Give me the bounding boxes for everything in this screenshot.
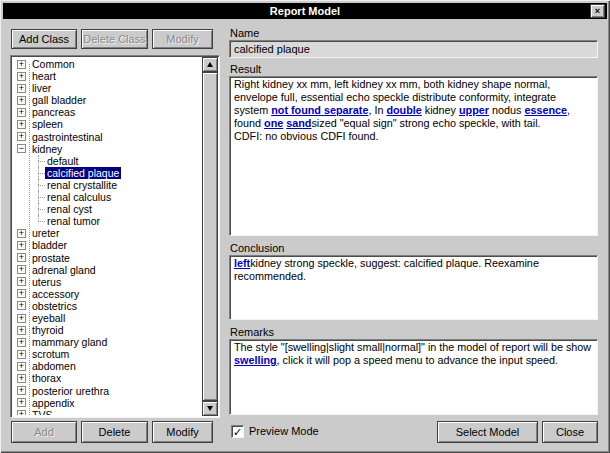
tree-item-label[interactable]: liver — [30, 82, 53, 94]
tree-item-label[interactable]: bladder — [30, 239, 69, 251]
scroll-down-icon[interactable] — [202, 401, 218, 416]
tree-item-label[interactable]: gall bladder — [30, 94, 88, 106]
tree-item[interactable]: +heart — [13, 70, 201, 82]
expand-icon[interactable]: + — [17, 289, 26, 298]
expand-icon[interactable]: + — [17, 72, 26, 81]
name-input[interactable]: calcified plaque — [229, 40, 598, 58]
expand-icon[interactable]: + — [17, 265, 26, 274]
expand-icon[interactable]: + — [17, 241, 26, 250]
tree-item-label[interactable]: scrotum — [30, 348, 71, 360]
scroll-up-icon[interactable] — [202, 57, 218, 72]
tree-item-label[interactable]: default — [45, 155, 81, 167]
tree-item[interactable]: −kidney — [13, 143, 201, 155]
tree-item-label[interactable]: Common — [30, 58, 77, 70]
tree-item[interactable]: +abdomen — [13, 360, 201, 372]
expand-icon[interactable]: + — [17, 398, 26, 407]
tree-item-label[interactable]: uterus — [30, 276, 63, 288]
preview-mode-checkbox[interactable]: ✓ — [231, 425, 244, 438]
expand-icon[interactable]: + — [17, 277, 26, 286]
tree-item-label[interactable]: abdomen — [30, 360, 78, 372]
remarks-textarea[interactable]: The style "[swelling|slight small|normal… — [229, 339, 598, 415]
tree-item[interactable]: +liver — [13, 82, 201, 94]
tree-item-label[interactable]: renal crystallite — [45, 179, 119, 191]
tree-scrollbar[interactable] — [202, 57, 218, 416]
tree-item[interactable]: calcified plaque — [13, 167, 201, 179]
tree-item[interactable]: +eyeball — [13, 312, 201, 324]
tree-item-label[interactable]: TVS — [30, 409, 54, 415]
expand-icon[interactable]: + — [17, 314, 26, 323]
tree-item-label[interactable]: appendix — [30, 397, 77, 409]
tree-item[interactable]: +scrotum — [13, 348, 201, 360]
tree-item[interactable]: renal cyst — [13, 203, 201, 215]
delete-button[interactable]: Delete — [81, 421, 148, 443]
expand-icon[interactable]: + — [17, 374, 26, 383]
tree-item[interactable]: +pancreas — [13, 106, 201, 118]
expand-icon[interactable]: + — [17, 350, 26, 359]
tree-item[interactable]: +uterus — [13, 276, 201, 288]
add-class-button[interactable]: Add Class — [11, 29, 77, 49]
tree-item-label[interactable]: accessory — [30, 288, 81, 300]
tree-item[interactable]: +mammary gland — [13, 336, 201, 348]
tree-item-label[interactable]: pancreas — [30, 106, 77, 118]
tree-item[interactable]: +gall bladder — [13, 94, 201, 106]
tree-item[interactable]: +appendix — [13, 397, 201, 409]
link-token[interactable]: double — [386, 104, 421, 116]
tree-item[interactable]: +bladder — [13, 239, 201, 251]
tree-item[interactable]: renal crystallite — [13, 179, 201, 191]
select-model-button[interactable]: Select Model — [437, 421, 538, 443]
close-button[interactable]: Close — [542, 421, 598, 443]
expand-icon[interactable]: + — [17, 120, 26, 129]
tree-item-label[interactable]: ureter — [30, 227, 61, 239]
tree-item[interactable]: +obstetrics — [13, 300, 201, 312]
tree-item-label[interactable]: eyeball — [30, 312, 67, 324]
expand-icon[interactable]: + — [17, 326, 26, 335]
tree-item[interactable]: +spleen — [13, 118, 201, 130]
expand-icon[interactable]: + — [17, 132, 26, 141]
tree-item[interactable]: renal tumor — [13, 215, 201, 227]
link-token[interactable]: one — [264, 117, 283, 129]
tree-item[interactable]: +prostate — [13, 252, 201, 264]
title-bar[interactable]: Report Model × — [3, 3, 607, 19]
tree-item-label[interactable]: calcified plaque — [45, 167, 121, 179]
expand-icon[interactable]: + — [17, 96, 26, 105]
link-token[interactable]: sand — [286, 117, 311, 129]
result-textarea[interactable]: Right kidney xx mm, left kidney xx mm, b… — [229, 76, 598, 236]
conclusion-textarea[interactable]: leftkidney strong speckle, suggest: calc… — [229, 255, 598, 320]
expand-icon[interactable]: + — [17, 410, 26, 415]
close-icon[interactable]: × — [590, 4, 605, 18]
expand-icon[interactable]: + — [17, 301, 26, 310]
tree-item-label[interactable]: prostate — [30, 252, 72, 264]
expand-icon[interactable]: + — [17, 253, 26, 262]
tree-item[interactable]: +thyroid — [13, 324, 201, 336]
expand-icon[interactable]: + — [17, 60, 26, 69]
tree-item-label[interactable]: posterior urethra — [30, 385, 111, 397]
link-token[interactable]: essence — [524, 104, 567, 116]
tree-item-label[interactable]: adrenal gland — [30, 264, 98, 276]
tree-item[interactable]: +ureter — [13, 227, 201, 239]
scrollbar-thumb[interactable] — [202, 72, 218, 401]
tree-item[interactable]: +TVS — [13, 409, 201, 415]
tree-item-label[interactable]: renal tumor — [45, 215, 102, 227]
tree-item[interactable]: +posterior urethra — [13, 385, 201, 397]
expand-icon[interactable]: + — [17, 338, 26, 347]
expand-icon[interactable]: + — [17, 229, 26, 238]
expand-icon[interactable]: + — [17, 84, 26, 93]
tree-item[interactable]: +accessory — [13, 288, 201, 300]
tree-item[interactable]: renal calculus — [13, 191, 201, 203]
link-token[interactable]: upper — [459, 104, 489, 116]
tree-item-label[interactable]: renal calculus — [45, 191, 113, 203]
tree-item-label[interactable]: obstetrics — [30, 300, 79, 312]
tree-item-label[interactable]: kidney — [30, 143, 64, 155]
tree-item-label[interactable]: thyroid — [30, 324, 66, 336]
tree-item[interactable]: default — [13, 155, 201, 167]
tree-item-label[interactable]: renal cyst — [45, 203, 94, 215]
model-class-tree[interactable]: +Common+heart+liver+gall bladder+pancrea… — [10, 55, 220, 418]
tree-item[interactable]: +Common — [13, 58, 201, 70]
tree-item-label[interactable]: mammary gland — [30, 336, 109, 348]
tree-item-label[interactable]: heart — [30, 70, 58, 82]
collapse-icon[interactable]: − — [17, 144, 26, 153]
expand-icon[interactable]: + — [17, 386, 26, 395]
tree-item-label[interactable]: thorax — [30, 372, 63, 384]
expand-icon[interactable]: + — [17, 362, 26, 371]
link-token[interactable]: not found separate — [271, 104, 368, 116]
